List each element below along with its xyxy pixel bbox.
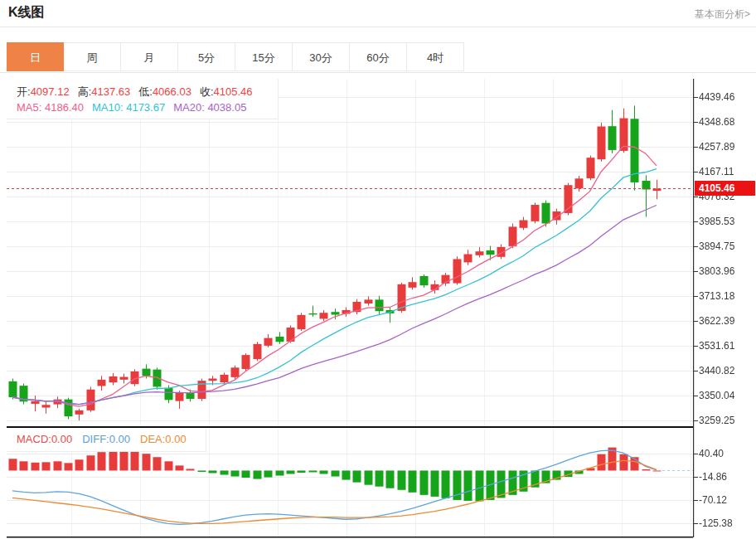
ma5-label: MA5: [17, 101, 41, 114]
open-value: 4097.12 [31, 85, 70, 98]
dea-value: 0.00 [165, 433, 186, 445]
ma10-label: MA10: [92, 101, 124, 114]
diff-value: 0.00 [109, 433, 130, 445]
macd-info-box: MACD:0.00DIFF:0.00DEA:0.00 [7, 429, 206, 452]
tab-bar: 日周月5分15分30分60分4时 [0, 42, 756, 73]
tab-5分[interactable]: 5分 [178, 42, 235, 71]
ohlc-row: 开:4097.12高:4137.63低:4066.03收:4105.46 [17, 84, 278, 100]
price-axis-tick: 3985.53 [699, 216, 734, 227]
macd-axis-tick: -125.38 [699, 517, 733, 529]
header: K线图 基本面分析> [0, 0, 756, 27]
tab-30分[interactable]: 30分 [293, 42, 350, 71]
tab-60分[interactable]: 60分 [350, 42, 407, 71]
current-price-badge: 4105.46 [695, 181, 755, 196]
price-axis-tick: 4348.68 [699, 116, 734, 128]
price-axis-tick: 4167.11 [699, 166, 734, 177]
tab-4时[interactable]: 4时 [407, 42, 464, 71]
price-axis-tick: 3803.96 [699, 265, 734, 277]
ma10-value: 4173.67 [126, 101, 165, 114]
price-axis-tick: 4439.46 [699, 91, 734, 103]
tab-日[interactable]: 日 [7, 42, 64, 71]
price-axis-tick: 3440.82 [699, 365, 734, 376]
tab-月[interactable]: 月 [121, 42, 178, 71]
kline-page: K线图 基本面分析> 日周月5分15分30分60分4时 开:4097.12高:4… [0, 0, 756, 539]
price-axis-tick: 3350.04 [699, 390, 734, 401]
low-value: 4066.03 [153, 85, 191, 98]
ohlc-info-box: 开:4097.12高:4137.63低:4066.03收:4105.46 MA5… [7, 79, 279, 119]
price-axis-tick: 3622.39 [699, 315, 734, 327]
price-axis-tick: 4257.89 [699, 141, 734, 153]
price-axis-tick: 3894.75 [699, 240, 734, 252]
price-axis-tick: 3531.61 [699, 340, 734, 352]
close-label: 收: [200, 85, 214, 98]
diff-label: DIFF: [82, 433, 109, 445]
fundamental-analysis-link[interactable]: 基本面分析> [695, 7, 750, 22]
tab-15分[interactable]: 15分 [235, 42, 293, 71]
macd-value: 0.00 [51, 433, 72, 445]
macd-axis-tick: -70.12 [699, 494, 727, 506]
ma20-label: MA20: [173, 101, 205, 114]
low-label: 低: [138, 85, 153, 98]
high-label: 高: [78, 85, 92, 98]
macd-label: MACD: [17, 433, 51, 445]
open-label: 开: [17, 85, 31, 98]
ma5-value: 4186.40 [45, 101, 84, 114]
high-value: 4137.63 [91, 85, 130, 98]
ma20-value: 4038.05 [207, 101, 246, 114]
tab-周[interactable]: 周 [64, 42, 121, 71]
close-value: 4105.46 [214, 85, 253, 98]
macd-axis-tick: 40.40 [699, 448, 724, 459]
macd-axis-tick: -14.86 [699, 471, 727, 483]
price-axis-tick: 3713.18 [699, 290, 734, 302]
page-title: K线图 [8, 4, 45, 22]
price-axis-tick: 3259.25 [699, 415, 734, 426]
ma-row: MA5: 4186.40MA10: 4173.67MA20: 4038.05 [17, 100, 278, 115]
dea-label: DEA: [140, 433, 165, 445]
